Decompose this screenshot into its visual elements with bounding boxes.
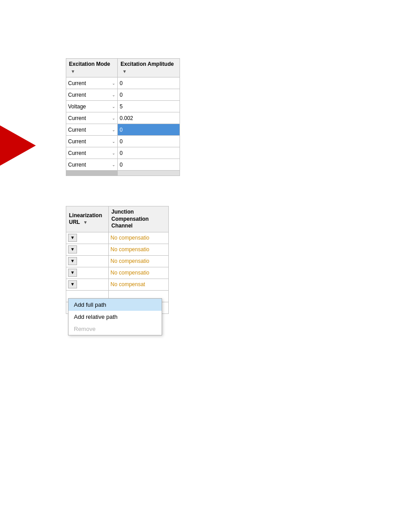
lin-url-filter-icon[interactable]: ▼ [83, 219, 88, 225]
excitation-table-row: Current ⌄ 0 [66, 124, 180, 136]
linearization-url-header: Linearization URL ▼ [66, 206, 109, 232]
red-arrow-icon [0, 125, 36, 166]
mode-dropdown-arrow[interactable]: ⌄ [112, 104, 116, 109]
excitation-mode-value: Current [68, 115, 86, 121]
excitation-amplitude-cell: 0 [118, 147, 180, 159]
excitation-amplitude-cell: 0.002 [118, 112, 180, 124]
url-dropdown-btn[interactable]: ▼ [68, 245, 77, 253]
compensation-channel-cell: No compensat [108, 279, 168, 290]
excitation-amplitude-cell: 0 [118, 77, 180, 89]
mode-dropdown-arrow[interactable]: ⌄ [112, 139, 116, 144]
excitation-mode-cell: Current ⌄ [66, 124, 118, 136]
url-dropdown-btn[interactable]: ▼ [68, 280, 77, 288]
amplitude-value: 0 [120, 92, 123, 98]
linearization-table: Linearization URL ▼ Junction Compensatio… [66, 206, 169, 314]
excitation-mode-value: Current [68, 127, 86, 133]
excitation-mode-header: Excitation Mode ▼ [66, 59, 118, 77]
context-menu-item-add-full-path[interactable]: Add full path [68, 299, 162, 311]
excitation-amplitude-filter-icon[interactable]: ▼ [122, 69, 127, 74]
excitation-table-row: Current ⌄ 0.002 [66, 112, 180, 124]
amplitude-value: 0 [120, 127, 123, 133]
compensation-channel-cell: No compensatio [108, 232, 168, 244]
excitation-mode-value: Current [68, 92, 86, 98]
excitation-mode-cell: Current ⌄ [66, 159, 118, 171]
context-menu-item-add-relative-path[interactable]: Add relative path [68, 311, 162, 323]
excitation-table-row: Current ⌄ 0 [66, 147, 180, 159]
excitation-mode-cell: Current ⌄ [66, 147, 118, 159]
excitation-amplitude-cell: 0 [118, 159, 180, 171]
excitation-mode-value: Voltage [68, 103, 86, 110]
linearization-table-row: ▼No compensatio [66, 232, 169, 244]
excitation-amplitude-cell: 0 [118, 136, 180, 147]
excitation-table-row: Current ⌄ 0 [66, 89, 180, 101]
linearization-table-row: ▼No compensat [66, 279, 169, 290]
url-dropdown-btn[interactable]: ▼ [68, 257, 77, 265]
linearization-table-row: ▼No compensatio [66, 267, 169, 279]
excitation-amplitude-header: Excitation Amplitude ▼ [118, 59, 180, 77]
excitation-mode-cell: Current ⌄ [66, 77, 118, 89]
excitation-table-row: Current ⌄ 0 [66, 136, 180, 147]
excitation-mode-filter-icon[interactable]: ▼ [71, 69, 75, 74]
compensation-value: No compensatio [111, 246, 150, 253]
mode-dropdown-arrow[interactable]: ⌄ [112, 163, 116, 167]
context-menu-item-remove: Remove [68, 323, 162, 335]
compensation-value: No compensatio [111, 258, 150, 264]
amplitude-value: 0 [120, 80, 123, 86]
amplitude-value: 0 [120, 138, 123, 145]
excitation-mode-cell: Current ⌄ [66, 89, 118, 101]
excitation-mode-cell: Current ⌄ [66, 136, 118, 147]
compensation-channel-cell: No compensatio [108, 267, 168, 279]
excitation-amplitude-cell[interactable]: 0 [118, 124, 180, 136]
amplitude-value: 5 [120, 103, 123, 110]
linearization-table-row: ▼No compensatio [66, 244, 169, 255]
mode-dropdown-arrow[interactable]: ⌄ [112, 128, 116, 132]
compensation-value: No compensat [111, 281, 145, 287]
excitation-table-row: Current ⌄ 0 [66, 77, 180, 89]
excitation-mode-value: Current [68, 162, 86, 168]
amplitude-value: 0 [120, 150, 123, 156]
amplitude-value: 0 [120, 162, 123, 168]
excitation-mode-value: Current [68, 150, 86, 156]
mode-dropdown-arrow[interactable]: ⌄ [112, 93, 116, 97]
linearization-table-row: ▼No compensatio [66, 255, 169, 267]
linearization-url-cell: ▼ [66, 279, 109, 290]
url-dropdown-btn[interactable]: ▼ [68, 269, 77, 277]
compensation-channel-cell: No compensatio [108, 244, 168, 255]
excitation-table: Excitation Mode ▼ Excitation Amplitude ▼… [66, 58, 180, 176]
compensation-value: No compensatio [111, 270, 150, 276]
linearization-url-cell: ▼ [66, 232, 109, 244]
excitation-amplitude-cell: 0 [118, 89, 180, 101]
excitation-amplitude-cell: 5 [118, 101, 180, 112]
mode-dropdown-arrow[interactable]: ⌄ [112, 116, 116, 120]
excitation-mode-cell: Voltage ⌄ [66, 101, 118, 112]
linearization-url-cell: ▼ [66, 244, 109, 255]
linearization-url-cell: ▼ [66, 267, 109, 279]
compensation-value: No compensatio [111, 235, 150, 241]
compensation-channel-cell: No compensatio [108, 255, 168, 267]
excitation-mode-cell: Current ⌄ [66, 112, 118, 124]
linearization-url-cell: ▼ [66, 255, 109, 267]
bottom-table-container: Linearization URL ▼ Junction Compensatio… [66, 206, 169, 314]
excitation-table-row: Current ⌄ 0 [66, 159, 180, 171]
excitation-mode-value: Current [68, 138, 86, 145]
top-table-container: Excitation Mode ▼ Excitation Amplitude ▼… [66, 58, 180, 176]
excitation-mode-value: Current [68, 80, 86, 86]
mode-dropdown-arrow[interactable]: ⌄ [112, 81, 116, 86]
excitation-table-row: Voltage ⌄ 5 [66, 101, 180, 112]
amplitude-value: 0.002 [120, 115, 133, 121]
junction-compensation-header: Junction Compensation Channel [108, 206, 168, 232]
scrollbar-row[interactable] [66, 171, 180, 176]
url-dropdown-btn[interactable]: ▼ [68, 234, 77, 242]
mode-dropdown-arrow[interactable]: ⌄ [112, 151, 116, 155]
context-menu: Add full pathAdd relative pathRemove [68, 298, 162, 335]
